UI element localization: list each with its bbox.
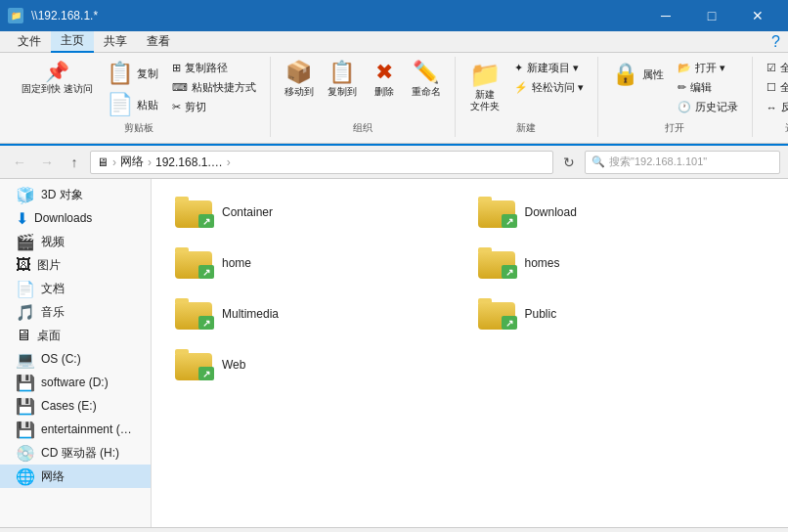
move-icon: 📦: [285, 62, 312, 83]
sidebar-item-d[interactable]: 💾 software (D:): [0, 371, 151, 394]
search-placeholder: 搜索"192.168.1.101": [609, 155, 707, 169]
menu-view[interactable]: 查看: [137, 31, 180, 53]
sidebar: 🧊 3D 对象 ⬇ Downloads 🎬 视频 🖼 图片 📄 文档 🎵 音乐 …: [0, 179, 152, 527]
up-button[interactable]: ↑: [63, 151, 86, 174]
sidebar-item-desktop[interactable]: 🖥 桌面: [0, 324, 151, 347]
folder-web[interactable]: ↗ Web: [167, 343, 470, 386]
sidebar-item-documents[interactable]: 📄 文档: [0, 277, 151, 300]
new-folder-button[interactable]: 📁 新建文件夹: [463, 59, 506, 115]
address-path[interactable]: 🖥 › 网络 › 192.168.1.… ›: [90, 151, 553, 174]
ribbon-organize-label: 组织: [353, 121, 372, 135]
paste-shortcut-button[interactable]: ⌨ 粘贴快捷方式: [166, 78, 262, 97]
window-icon-folder: 📁: [8, 8, 23, 23]
cut-button[interactable]: ✂ 剪切: [166, 98, 262, 116]
sidebar-item-music[interactable]: 🎵 音乐: [0, 300, 151, 324]
deselect-all-icon: ☐: [766, 81, 776, 94]
minimize-button[interactable]: ─: [643, 0, 688, 31]
address-separator: ›: [112, 155, 116, 169]
help-icon[interactable]: ?: [771, 33, 780, 51]
properties-button[interactable]: 🔒 属性: [606, 59, 670, 90]
menu-share[interactable]: 共享: [94, 31, 137, 53]
ribbon: 📌 固定到快 速访问 📋 复制 📄 粘贴 ⊞ 复: [0, 53, 788, 146]
ribbon-group-open: 🔒 属性 📂 打开 ▾ ✏ 编辑 🕐 历史记录: [598, 57, 753, 137]
title-bar: 📁 \\192.168.1.* ─ □ ✕: [0, 0, 788, 31]
folder-icon-container: ↗: [175, 197, 214, 228]
address-pc-icon: 🖥: [97, 155, 109, 169]
sidebar-item-entertainment[interactable]: 💾 entertainment (…: [0, 418, 151, 441]
pin-quick-access-button[interactable]: 📌 固定到快 速访问: [16, 59, 99, 98]
sidebar-item-network[interactable]: 🌐 网络: [0, 465, 151, 488]
paste-button[interactable]: 📄 粘贴: [101, 90, 164, 119]
folder-label: Download: [525, 205, 577, 219]
folder-label: Multimedia: [222, 307, 279, 321]
sidebar-item-cd[interactable]: 💿 CD 驱动器 (H:): [0, 441, 151, 465]
back-button[interactable]: ←: [8, 151, 31, 174]
documents-icon: 📄: [16, 280, 35, 298]
menu-bar: 文件 主页 共享 查看 ?: [0, 31, 788, 53]
move-to-button[interactable]: 📦 移动到: [279, 59, 320, 102]
sidebar-item-label: 音乐: [41, 304, 65, 321]
new-item-button[interactable]: ✦ 新建项目 ▾: [508, 59, 590, 77]
edit-button[interactable]: ✏ 编辑: [672, 78, 744, 97]
history-button[interactable]: 🕐 历史记录: [672, 98, 744, 116]
folder-icon-download: ↗: [478, 197, 517, 228]
sidebar-item-video[interactable]: 🎬 视频: [0, 230, 151, 253]
pictures-icon: 🖼: [16, 256, 31, 274]
address-separator2: ›: [148, 155, 152, 169]
refresh-button[interactable]: ↻: [557, 151, 581, 174]
sidebar-item-label: software (D:): [41, 376, 109, 389]
deselect-all-button[interactable]: ☐ 全部取消: [761, 78, 788, 97]
folder-arrow: ↗: [198, 367, 214, 380]
ribbon-group-new: 📁 新建文件夹 ✦ 新建项目 ▾ ⚡ 轻松访问 ▾ 新建: [456, 57, 598, 137]
forward-button[interactable]: →: [35, 151, 59, 174]
copy-to-button[interactable]: 📋 复制到: [322, 59, 363, 102]
close-button[interactable]: ✕: [735, 0, 780, 31]
select-all-button[interactable]: ☑ 全部选择: [761, 59, 788, 77]
open-icon: 📂: [678, 62, 691, 74]
folder-home[interactable]: ↗ home: [167, 242, 470, 285]
folder-icon-home: ↗: [175, 247, 214, 279]
sidebar-item-e[interactable]: 💾 Cases (E:): [0, 394, 151, 418]
folder-label: homes: [525, 256, 560, 270]
search-box[interactable]: 🔍 搜索"192.168.1.101": [585, 151, 780, 174]
pin-icon: 📌: [45, 62, 69, 81]
sidebar-item-label: 视频: [41, 234, 65, 250]
history-icon: 🕐: [678, 101, 691, 113]
delete-button[interactable]: ✖ 删除: [365, 59, 404, 102]
menu-file[interactable]: 文件: [8, 31, 51, 53]
rename-button[interactable]: ✏️ 重命名: [406, 59, 447, 102]
folder-icon-web: ↗: [175, 349, 214, 380]
ribbon-new-label: 新建: [516, 121, 536, 135]
invert-selection-button[interactable]: ↔ 反向选择: [761, 98, 788, 116]
folder-label: Public: [525, 307, 557, 321]
easy-access-button[interactable]: ⚡ 轻松访问 ▾: [508, 78, 590, 97]
folder-homes[interactable]: ↗ homes: [470, 242, 773, 285]
drive-e-icon: 💾: [16, 397, 35, 416]
copy-icon: 📋: [107, 61, 133, 86]
sidebar-item-label: entertainment (…: [41, 422, 132, 436]
copy-button[interactable]: 📋 复制: [101, 59, 164, 88]
open-button[interactable]: 📂 打开 ▾: [672, 59, 744, 77]
ribbon-group-select: ☑ 全部选择 ☐ 全部取消 ↔ 反向选择 选择: [753, 57, 788, 137]
menu-home[interactable]: 主页: [51, 31, 94, 53]
sidebar-item-downloads[interactable]: ⬇ Downloads: [0, 206, 151, 230]
address-ip: 192.168.1.…: [155, 155, 223, 169]
music-icon: 🎵: [16, 303, 35, 322]
downloads-icon: ⬇: [16, 209, 28, 228]
folder-icon-homes: ↗: [478, 247, 517, 279]
sidebar-item-c[interactable]: 💻 OS (C:): [0, 347, 151, 371]
copy-path-button[interactable]: ⊞ 复制路径: [166, 59, 262, 77]
sidebar-item-pictures[interactable]: 🖼 图片: [0, 253, 151, 277]
drive-c-icon: 💻: [16, 350, 35, 369]
folder-arrow: ↗: [198, 265, 214, 279]
ribbon-open-label: 打开: [665, 121, 684, 135]
sidebar-item-3d[interactable]: 🧊 3D 对象: [0, 183, 151, 206]
new-folder-icon: 📁: [469, 62, 501, 87]
folder-public[interactable]: ↗ Public: [470, 292, 773, 335]
folder-label: Web: [222, 358, 245, 372]
folder-download[interactable]: ↗ Download: [470, 191, 773, 234]
sidebar-item-label: 网络: [41, 468, 65, 485]
folder-multimedia[interactable]: ↗ Multimedia: [167, 292, 470, 335]
folder-container[interactable]: ↗ Container: [167, 191, 470, 234]
maximize-button[interactable]: □: [689, 0, 734, 31]
